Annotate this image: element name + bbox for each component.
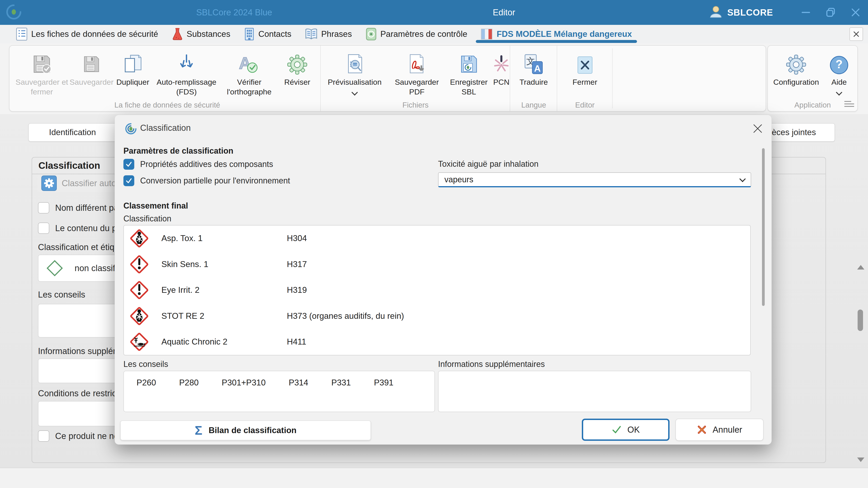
ribbon-button-label: Fermer	[572, 77, 597, 87]
ribbon-button-label: Traduire	[520, 77, 548, 87]
section-tab-identification[interactable]: Identification	[28, 123, 117, 142]
configuration-button[interactable]: Configuration	[768, 46, 825, 87]
chevron-down-icon	[739, 175, 746, 182]
dialog-logo-icon	[124, 122, 137, 136]
save-button[interactable]: Sauvegarder	[70, 46, 113, 87]
autofill-fds-button[interactable]: Auto-remplissage (FDS)	[153, 46, 220, 96]
preview-button[interactable]: Prévisualisation	[321, 46, 389, 95]
ghs08-health-hazard-icon	[127, 227, 151, 250]
p-phrase[interactable]: P301+P310	[222, 378, 266, 412]
auto-classify-gear-icon	[41, 175, 57, 191]
revise-button[interactable]: Réviser	[278, 46, 316, 87]
checkbox-checked[interactable]	[123, 159, 134, 170]
tab-substances[interactable]: Substances	[165, 25, 237, 43]
ribbon-button-label: Sauvegarder et fermer	[13, 77, 70, 96]
tab-label: Contacts	[258, 29, 291, 39]
classification-row[interactable]: Eye Irrit. 2 H319	[124, 277, 750, 303]
checkbox-row-nom-different[interactable]: Nom différent pa	[38, 202, 119, 214]
close-window-button[interactable]	[843, 0, 868, 25]
help-button[interactable]: ? Aide	[825, 46, 854, 95]
tab-fds-modele-melange-dangereux[interactable]: FDS MODÈLE Mélange dangereux	[474, 25, 639, 43]
toxicity-select-value: vapeurs	[444, 175, 473, 184]
translate-button[interactable]: 文A Traduire	[510, 46, 557, 87]
dialog-infos-label: Informations supplémentaires	[438, 359, 545, 369]
chevron-down-icon	[836, 89, 842, 95]
save-pdf-button[interactable]: Sauvegarder PDF	[389, 46, 445, 96]
checkbox-unchecked[interactable]	[38, 430, 49, 442]
tab-label: FDS MODÈLE Mélange dangereux	[497, 29, 632, 39]
pcn-button[interactable]: PCN	[493, 46, 510, 87]
close-editor-button[interactable]: Fermer	[557, 46, 613, 87]
application-window: SBLCore 2024 Blue Editor SBLCORE	[0, 0, 868, 488]
ribbon-button-label: Sauvegarder PDF	[389, 77, 445, 96]
ribbon-button-label: Réviser	[284, 77, 310, 87]
pcn-icon	[491, 49, 512, 75]
hazard-statement-code: H373 (organes auditifs, du rein)	[287, 311, 750, 321]
hazard-class-name: STOT RE 2	[161, 311, 287, 321]
p-phrase[interactable]: P280	[179, 378, 198, 412]
app-title: SBLCore 2024 Blue	[196, 0, 272, 25]
save-sbl-button[interactable]: Enregistrer SBL	[445, 46, 493, 96]
restore-button[interactable]	[818, 0, 843, 25]
spellcheck-button[interactable]: A Vérifier l'orthographe	[220, 46, 278, 96]
checkbox-unchecked[interactable]	[38, 223, 49, 234]
save-and-close-button[interactable]: Sauvegarder et fermer	[13, 46, 70, 96]
dialog-scrollbar-thumb[interactable]	[762, 148, 765, 306]
ribbon-group-label: Fichiers	[321, 101, 510, 109]
close-editor-icon	[575, 49, 595, 75]
tab-phrases[interactable]: Phrases	[298, 25, 359, 43]
checkbox-checked[interactable]	[123, 175, 134, 186]
pdf-icon	[406, 49, 427, 75]
ribbon-button-label: PCN	[493, 77, 509, 87]
ghs07-exclamation-icon	[127, 253, 151, 276]
section-parametres: Paramètres de classification	[123, 146, 233, 156]
app-logo-icon	[5, 3, 23, 22]
p-phrase[interactable]: P314	[289, 378, 308, 412]
hazard-statement-code: H319	[287, 285, 750, 295]
scrollbar-thumb[interactable]	[858, 310, 863, 331]
section-classement-final: Classement final	[123, 201, 188, 210]
toxicity-select[interactable]: vapeurs	[438, 172, 751, 187]
tab-parametres-controle[interactable]: Paramètres de contrôle	[359, 25, 474, 43]
ghs09-environment-icon	[127, 330, 151, 354]
checkbox-row-contenu[interactable]: Le contenu du pa	[38, 223, 122, 234]
p-phrase[interactable]: P331	[331, 378, 351, 412]
bilan-classification-button[interactable]: Σ Bilan de classification	[120, 420, 371, 440]
tabbar-close-button[interactable]	[849, 27, 863, 41]
classification-row[interactable]: Aquatic Chronic 2 H411	[124, 329, 750, 355]
tab-fiches-donnees-securite[interactable]: Les fiches de données de sécurité	[9, 25, 165, 43]
p-phrase[interactable]: P391	[374, 378, 393, 412]
ribbon-group-application: Configuration ? Aide Application	[768, 46, 857, 111]
classification-row[interactable]: Asp. Tox. 1 H304	[124, 225, 750, 252]
scrollbar-down-arrow[interactable]	[857, 457, 864, 462]
hazard-statement-code: H317	[287, 260, 750, 269]
hazard-class-name: Eye Irrit. 2	[161, 285, 287, 295]
french-flag-icon	[481, 28, 493, 40]
dialog-infos-box[interactable]	[438, 371, 751, 412]
hazard-class-name: Asp. Tox. 1	[161, 234, 287, 243]
sds-list-icon	[16, 28, 28, 41]
tab-contacts[interactable]: Contacts	[237, 25, 298, 43]
ribbon-button-label: Aide	[831, 77, 847, 87]
classification-row[interactable]: STOT RE 2 H373 (organes auditifs, du rei…	[124, 303, 750, 329]
help-icon: ?	[829, 49, 849, 75]
scrollbar-up-arrow[interactable]	[857, 265, 864, 269]
account-button[interactable]: SBLCORE	[709, 5, 773, 20]
ribbon-panel-application: Configuration ? Aide Application	[767, 45, 858, 111]
dialog-close-icon[interactable]	[750, 121, 765, 136]
ribbon-group-label: Application	[768, 101, 857, 109]
checkbox-unchecked[interactable]	[38, 202, 49, 214]
p-phrase[interactable]: P260	[136, 378, 156, 412]
ok-button[interactable]: OK	[582, 419, 670, 441]
checkbox-row-conversion[interactable]: Conversion partielle pour l'environnemen…	[123, 175, 290, 186]
ribbon-button-label: Sauvegarder	[70, 77, 114, 87]
cancel-button[interactable]: Annuler	[675, 419, 764, 441]
checkbox-row-additive[interactable]: Propriétés additives des composants	[123, 159, 273, 170]
classification-row[interactable]: Skin Sens. 1 H317	[124, 252, 750, 278]
ribbon-options-icon[interactable]	[844, 99, 854, 108]
ribbon-panel-document: Sauvegarder et fermer Sauvegarder Dupliq…	[9, 45, 766, 111]
checkbox-row-produit[interactable]: Ce produit ne né	[38, 430, 119, 442]
classification-list-label: Classification	[123, 214, 171, 223]
minimize-button[interactable]	[794, 0, 818, 25]
duplicate-button[interactable]: Dupliquer	[113, 46, 153, 87]
